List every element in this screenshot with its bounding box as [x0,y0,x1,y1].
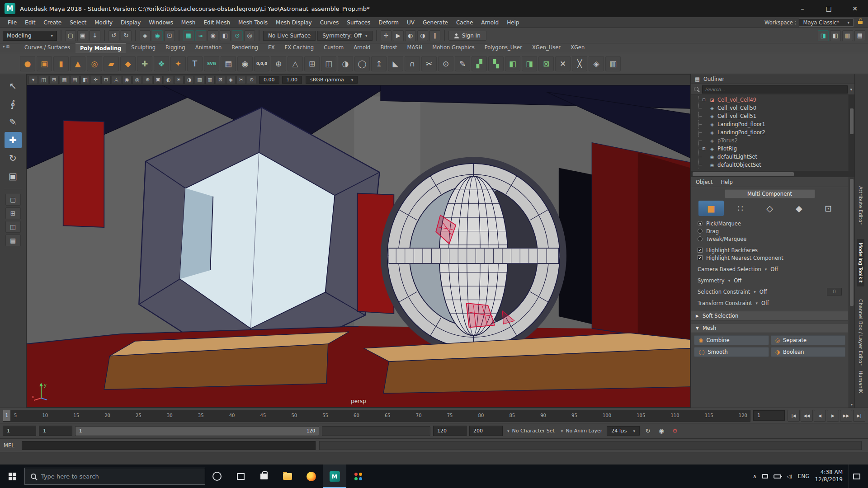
construction-history-icon[interactable]: ✛ [381,30,392,41]
highlight-option[interactable]: Highlight Nearest Component [691,254,848,262]
shelf-tab[interactable]: Motion Graphics [428,43,479,53]
playback-range-bar[interactable]: 1 120 [75,426,319,436]
transfer-attributes-icon[interactable]: ⊠ [538,56,554,71]
menu-set-selector[interactable]: Modeling ▾ [3,31,57,41]
viewport-tool-icon[interactable]: ☀ [174,76,184,84]
outliner-toggle-icon[interactable]: ▤ [854,30,865,41]
shelf-tab[interactable]: XGen [566,43,589,53]
viewport-tool-icon[interactable]: ◈ [226,76,236,84]
range-track-extension[interactable] [322,426,430,436]
battery-icon[interactable] [774,474,781,479]
plane-primitive-icon[interactable]: ▰ [104,56,119,71]
quad-draw-icon[interactable]: ✎ [455,56,470,71]
viewport-tool-icon[interactable]: ◑ [184,76,194,84]
snap-magnet-icon[interactable]: ◉ [237,56,253,71]
task-view-button[interactable] [229,465,252,488]
highlight-option[interactable]: Highlight Backfaces [691,246,848,254]
viewport-tool-icon[interactable]: ▤ [70,76,80,84]
language-indicator[interactable]: ENG [798,473,810,479]
extrude-icon[interactable]: ↥ [371,56,387,71]
shelf-tab[interactable]: Rendering [227,43,263,53]
menu-item[interactable]: Display [117,19,145,26]
face-mode-button[interactable]: ◆ [786,201,811,216]
ipr-render-icon[interactable]: ◐ [405,30,416,41]
paint-select-tool[interactable]: ✎ [5,114,22,130]
paste-uv-icon[interactable]: ◨ [522,56,537,71]
constraint-dropdown-row[interactable]: Selection Constraint ▾ Off 0 [691,286,848,297]
tab-modeling-toolkit[interactable]: Modeling Toolkit [857,239,864,286]
sweep-mesh-icon[interactable]: ✦ [170,56,186,71]
animation-start-field[interactable]: 1 [3,426,36,436]
render-current-frame-icon[interactable]: ▶ [393,30,404,41]
viewport-tool-icon[interactable]: ◎ [132,76,142,84]
shelf-tab[interactable]: Poly Modeling [75,43,126,53]
shelf-tab[interactable]: Arnold [349,43,375,53]
network-icon[interactable] [762,474,768,479]
object-mode-button[interactable]: ■ [698,201,724,216]
clock[interactable]: 4:38 AM 12/8/2019 [815,469,843,483]
go-to-start-button[interactable]: |◀ [788,410,800,422]
menu-item[interactable]: Help [503,19,523,26]
tray-expand-icon[interactable]: ∧ [753,473,757,479]
perspective-viewport[interactable]: ▾◫⊞▦▤◧✛⊡◬◉◎⊕▣◐☀◑▧▥⊠◈✂⊙ 0.00 1.00 sRGB ga… [26,74,691,408]
command-language-toggle[interactable]: MEL [4,442,18,449]
shelf-tab[interactable]: Polygons_User [480,43,527,53]
outliner-horizontal-scrollbar[interactable] [691,171,854,177]
menu-item[interactable]: File [4,19,21,26]
multi-component-button[interactable]: Multi-Component [725,189,815,198]
maximize-button[interactable]: □ [816,0,842,17]
character-set-selector[interactable]: ▾ No Character Set [505,428,557,434]
rotate-tool[interactable]: ↻ [5,150,22,166]
menu-item[interactable]: Arnold [477,19,503,26]
play-backwards-button[interactable]: ◀ [814,410,826,422]
panel-menu-icon[interactable]: ▤ [695,76,700,82]
workspace-lock-icon[interactable] [858,21,863,24]
crease-tool-icon[interactable]: ╳ [572,56,587,71]
bridge-icon[interactable]: ∩ [405,56,420,71]
tool-settings-toggle-icon[interactable]: ◧ [830,30,841,41]
menu-item[interactable]: Edit [21,19,39,26]
minimize-button[interactable]: – [789,0,816,17]
menu-item[interactable]: Modify [90,19,117,26]
viewport-tool-icon[interactable]: ◧ [80,76,90,84]
playback-start-field[interactable]: 1 [39,426,72,436]
move-tool[interactable]: ✚ [5,132,22,148]
menu-item[interactable]: Surfaces [343,19,374,26]
firefox-button[interactable] [299,465,323,488]
maya-taskbar-button[interactable]: M [323,465,346,488]
mtk-menu-item[interactable]: Object [696,179,712,185]
mtk-vertical-scrollbar[interactable]: ▾ [849,177,854,408]
viewport-tool-icon[interactable]: ◬ [112,76,121,84]
range-start-handle[interactable]: 1 [79,428,82,433]
shelf-tab[interactable]: Bifrost [376,43,401,53]
constraint-dropdown-row[interactable]: Transform Constraint ▾ Off [691,297,848,309]
store-button[interactable] [252,465,276,488]
svg-tool-icon[interactable]: SVG [204,56,219,71]
viewport-tool-icon[interactable]: ⊕ [143,76,152,84]
select-by-component-icon[interactable]: ⊡ [164,30,175,41]
timeline-track[interactable]: 1 51015202530354045505560657075808590951… [3,410,750,422]
viewport-tool-icon[interactable]: ⊞ [49,76,59,84]
viewport-tool-icon[interactable]: ◉ [122,76,132,84]
outliner-item[interactable]: ◈ pTorus2 [691,136,848,145]
menu-item[interactable]: Select [66,19,90,26]
symmetrize-icon[interactable]: ▞ [472,56,487,71]
smooth-icon[interactable]: ◯ [354,56,370,71]
selection-mode-option[interactable]: Tweak/Marquee [691,235,848,243]
viewport-tool-icon[interactable]: ◫ [39,76,48,84]
select-by-hierarchy-icon[interactable]: ◈ [140,30,151,41]
menu-item[interactable]: Edit Mesh [199,19,234,26]
torus-primitive-icon[interactable]: ◎ [87,56,102,71]
viewport-tool-icon[interactable]: ✛ [91,76,100,84]
outliner-item[interactable]: ◈ Cell_vol_Cell50 [691,104,848,112]
menu-item[interactable]: Mesh Tools [234,19,272,26]
uv-mode-button[interactable]: ⊡ [816,201,841,216]
separate-button[interactable]: ◎ Separate [771,335,846,345]
viewport-tool-icon[interactable]: ⊙ [247,76,256,84]
viewport-tool-icon[interactable]: ⊠ [216,76,225,84]
pause-viewport-icon[interactable]: ‖ [429,30,440,41]
menu-item[interactable]: Create [39,19,66,26]
mesh-section[interactable]: ▼ Mesh [691,323,848,333]
combine-button[interactable]: ◉ Combine [694,335,769,345]
live-surface-indicator[interactable]: No Live Surface [263,31,316,41]
